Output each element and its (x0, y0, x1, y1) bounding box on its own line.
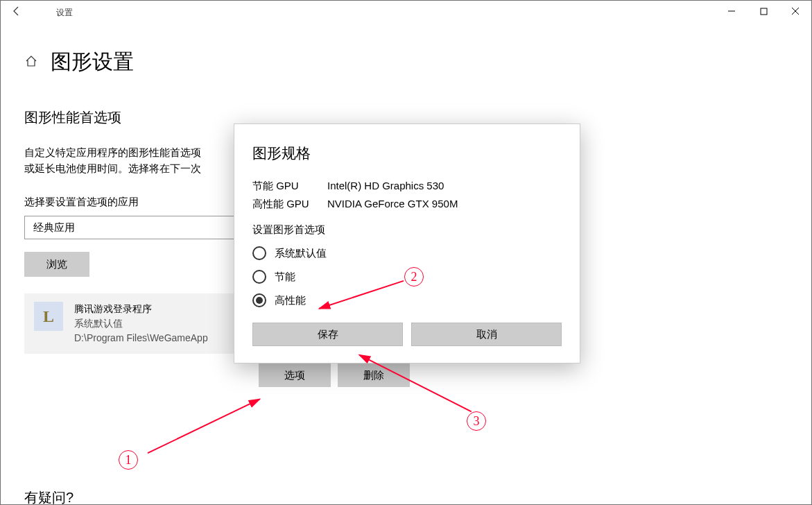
dialog-buttons: 保存 取消 (252, 323, 562, 346)
radio-icon (252, 270, 266, 284)
settings-window: 设置 图形设置 图形性能首选项 自定义特定应用程序的图形性能首选项 或延长电池使… (0, 0, 812, 505)
spec-row-high-perf: 高性能 GPU NVIDIA GeForce GTX 950M (252, 195, 562, 213)
graphics-spec-dialog: 图形规格 节能 GPU Intel(R) HD Graphics 530 高性能… (234, 123, 580, 363)
radio-power-save[interactable]: 节能 (252, 270, 562, 284)
dialog-backdrop: 图形规格 节能 GPU Intel(R) HD Graphics 530 高性能… (1, 1, 811, 504)
spec-value: Intel(R) HD Graphics 530 (327, 177, 444, 195)
radio-label: 节能 (275, 271, 295, 284)
radio-label: 高性能 (275, 294, 306, 307)
radio-icon (252, 246, 266, 260)
spec-key: 节能 GPU (252, 177, 327, 195)
dialog-pref-label: 设置图形首选项 (252, 223, 562, 237)
radio-label: 系统默认值 (275, 247, 327, 260)
radio-system-default[interactable]: 系统默认值 (252, 246, 562, 260)
spec-value: NVIDIA GeForce GTX 950M (327, 195, 458, 213)
cancel-button[interactable]: 取消 (411, 323, 562, 346)
radio-icon (252, 293, 266, 307)
spec-row-power-save: 节能 GPU Intel(R) HD Graphics 530 (252, 177, 562, 195)
dialog-title: 图形规格 (252, 144, 562, 163)
spec-key: 高性能 GPU (252, 195, 327, 213)
save-button[interactable]: 保存 (252, 323, 403, 346)
radio-high-performance[interactable]: 高性能 (252, 293, 562, 307)
